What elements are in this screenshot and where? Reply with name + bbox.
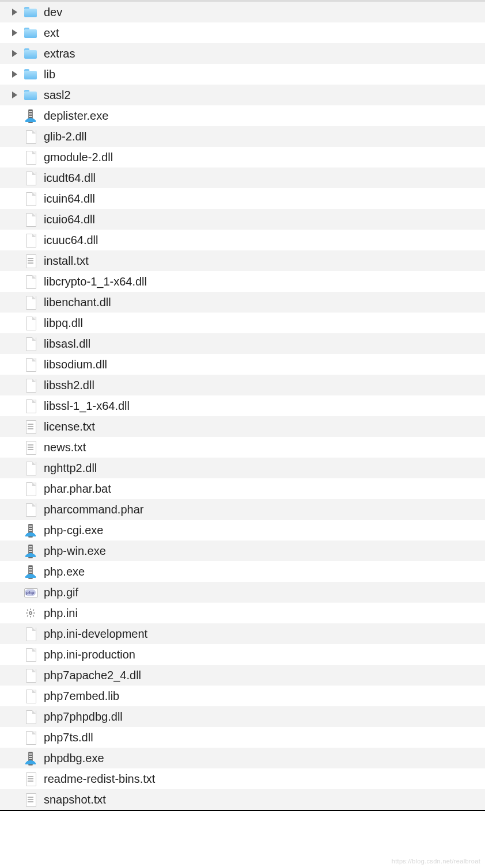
- tree-row[interactable]: gmodule-2.dll: [0, 147, 485, 167]
- row-label: libpq.dll: [44, 317, 479, 330]
- disclosure-triangle-icon[interactable]: [6, 9, 23, 16]
- tree-row[interactable]: php.ini-development: [0, 623, 485, 644]
- gear-icon: [23, 606, 38, 620]
- text-file-icon: [23, 253, 38, 268]
- tree-row[interactable]: php7ts.dll: [0, 727, 485, 748]
- tree-row[interactable]: readme-redist-bins.txt: [0, 768, 485, 789]
- tree-row[interactable]: extras: [0, 43, 485, 64]
- row-label: icudt64.dll: [44, 172, 479, 185]
- tree-row[interactable]: glib-2.dll: [0, 126, 485, 147]
- tree-row[interactable]: phpdbg.exe: [0, 748, 485, 768]
- tree-row[interactable]: libcrypto-1_1-x64.dll: [0, 271, 485, 292]
- exe-icon: [23, 564, 38, 579]
- image-file-icon: [23, 585, 38, 600]
- tree-row[interactable]: libenchant.dll: [0, 292, 485, 313]
- row-label: phpdbg.exe: [44, 752, 479, 765]
- tree-row[interactable]: pharcommand.phar: [0, 499, 485, 520]
- generic-file-icon: [23, 357, 38, 372]
- row-label: icuuc64.dll: [44, 234, 479, 247]
- row-label: readme-redist-bins.txt: [44, 772, 479, 786]
- exe-icon: [23, 543, 38, 558]
- tree-row[interactable]: phar.phar.bat: [0, 478, 485, 499]
- disclosure-triangle-icon[interactable]: [6, 50, 23, 57]
- tree-row[interactable]: install.txt: [0, 250, 485, 271]
- row-label: install.txt: [44, 254, 479, 268]
- row-label: license.txt: [44, 420, 479, 433]
- tree-row[interactable]: sasl2: [0, 85, 485, 105]
- text-file-icon: [23, 792, 38, 807]
- tree-row[interactable]: libsasl.dll: [0, 333, 485, 354]
- tree-row[interactable]: libsodium.dll: [0, 354, 485, 375]
- row-label: php.ini: [44, 607, 479, 620]
- folder-icon: [23, 46, 38, 61]
- row-label: icuio64.dll: [44, 213, 479, 226]
- tree-row[interactable]: ext: [0, 22, 485, 43]
- generic-file-icon: [23, 688, 38, 703]
- text-file-icon: [23, 440, 38, 455]
- generic-file-icon: [23, 212, 38, 227]
- tree-row[interactable]: libssh2.dll: [0, 375, 485, 395]
- row-label: libsasl.dll: [44, 337, 479, 351]
- tree-row[interactable]: license.txt: [0, 416, 485, 437]
- row-label: lib: [44, 68, 479, 81]
- tree-row[interactable]: php-cgi.exe: [0, 520, 485, 540]
- row-label: php.exe: [44, 565, 479, 578]
- row-label: php7apache2_4.dll: [44, 669, 479, 682]
- generic-file-icon: [23, 129, 38, 144]
- tree-row[interactable]: php7apache2_4.dll: [0, 665, 485, 686]
- row-label: sasl2: [44, 89, 479, 102]
- tree-row[interactable]: icuuc64.dll: [0, 230, 485, 250]
- disclosure-triangle-icon[interactable]: [6, 92, 23, 98]
- tree-row[interactable]: libpq.dll: [0, 313, 485, 333]
- tree-row[interactable]: php7embed.lib: [0, 686, 485, 706]
- tree-row[interactable]: dev: [0, 2, 485, 22]
- row-label: phar.phar.bat: [44, 482, 479, 496]
- row-label: ext: [44, 26, 479, 40]
- tree-row[interactable]: php.exe: [0, 561, 485, 582]
- exe-icon: [23, 523, 38, 538]
- row-label: php7phpdbg.dll: [44, 710, 479, 724]
- disclosure-triangle-icon[interactable]: [6, 71, 23, 78]
- tree-row[interactable]: libssl-1_1-x64.dll: [0, 395, 485, 416]
- row-label: extras: [44, 47, 479, 60]
- generic-file-icon: [23, 647, 38, 662]
- row-label: icuin64.dll: [44, 192, 479, 205]
- tree-row[interactable]: icudt64.dll: [0, 167, 485, 188]
- generic-file-icon: [23, 502, 38, 517]
- generic-file-icon: [23, 730, 38, 745]
- row-label: glib-2.dll: [44, 130, 479, 143]
- tree-row[interactable]: icuin64.dll: [0, 188, 485, 209]
- tree-row[interactable]: icuio64.dll: [0, 209, 485, 230]
- text-file-icon: [23, 771, 38, 786]
- text-file-icon: [23, 419, 38, 434]
- generic-file-icon: [23, 626, 38, 641]
- tree-row[interactable]: lib: [0, 64, 485, 85]
- folder-icon: [23, 25, 38, 40]
- tree-row[interactable]: php.ini-production: [0, 644, 485, 665]
- generic-file-icon: [23, 170, 38, 185]
- folder-icon: [23, 67, 38, 82]
- tree-row[interactable]: news.txt: [0, 437, 485, 458]
- generic-file-icon: [23, 233, 38, 248]
- tree-row[interactable]: snapshot.txt: [0, 789, 485, 810]
- tree-row[interactable]: php7phpdbg.dll: [0, 706, 485, 727]
- generic-file-icon: [23, 378, 38, 393]
- tree-row[interactable]: php.gif: [0, 582, 485, 603]
- row-label: php-win.exe: [44, 545, 479, 558]
- row-label: snapshot.txt: [44, 793, 479, 806]
- tree-row[interactable]: nghttp2.dll: [0, 458, 485, 478]
- row-label: php7embed.lib: [44, 690, 479, 703]
- row-label: libenchant.dll: [44, 296, 479, 309]
- row-label: libcrypto-1_1-x64.dll: [44, 275, 479, 288]
- folder-icon: [23, 5, 38, 20]
- row-label: libsodium.dll: [44, 358, 479, 371]
- generic-file-icon: [23, 315, 38, 330]
- row-label: php7ts.dll: [44, 731, 479, 744]
- generic-file-icon: [23, 709, 38, 724]
- generic-file-icon: [23, 460, 38, 475]
- tree-row[interactable]: php.ini: [0, 603, 485, 623]
- disclosure-triangle-icon[interactable]: [6, 29, 23, 36]
- row-label: news.txt: [44, 441, 479, 454]
- tree-row[interactable]: deplister.exe: [0, 105, 485, 126]
- tree-row[interactable]: php-win.exe: [0, 540, 485, 561]
